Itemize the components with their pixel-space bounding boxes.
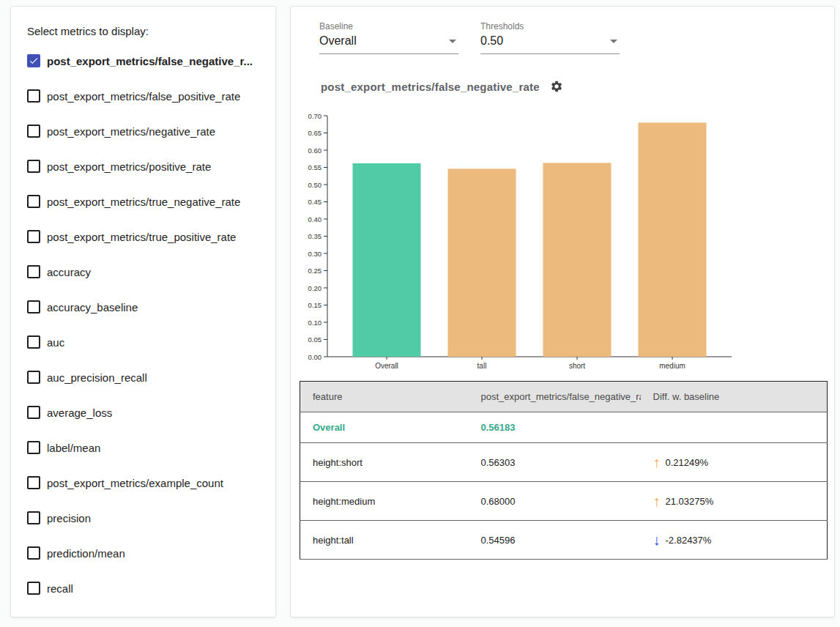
thresholds-select-label: Thresholds: [480, 21, 620, 31]
metric-checkbox[interactable]: [27, 54, 40, 67]
svg-text:tall: tall: [477, 362, 487, 370]
metric-item[interactable]: auc: [27, 324, 275, 360]
metric-checkbox[interactable]: [27, 511, 40, 524]
diff-value: 0.21249%: [666, 457, 709, 468]
metric-checkbox[interactable]: [27, 300, 40, 314]
metric-label: post_export_metrics/negative_rate: [47, 125, 215, 138]
feature-cell: Overall: [300, 412, 469, 443]
thresholds-select-value[interactable]: 0.50: [480, 31, 620, 54]
metric-item[interactable]: label/mean: [27, 430, 275, 465]
metric-label: prediction/mean: [47, 547, 125, 560]
bar-Overall[interactable]: [353, 163, 421, 357]
chart-settings-button[interactable]: [550, 80, 563, 93]
svg-text:0.00: 0.00: [308, 353, 322, 361]
metric-item[interactable]: post_export_metrics/true_negative_rate: [27, 184, 275, 219]
svg-text:short: short: [569, 362, 585, 370]
svg-text:Overall: Overall: [375, 362, 398, 370]
svg-text:0.45: 0.45: [308, 198, 322, 206]
svg-text:0.70: 0.70: [308, 112, 322, 120]
metric-checkbox[interactable]: [27, 371, 40, 384]
metric-item[interactable]: post_export_metrics/false_negative_r...: [27, 43, 275, 78]
check-icon: [29, 56, 39, 66]
metric-item[interactable]: post_export_metrics/positive_rate: [27, 149, 275, 184]
metric-checkbox[interactable]: [27, 546, 40, 560]
metric-item[interactable]: post_export_metrics/false_positive_rate: [27, 78, 275, 114]
feature-cell: height:short: [300, 443, 469, 482]
results-panel: Baseline Overall Thresholds 0.50 post_ex…: [290, 6, 835, 617]
baseline-select[interactable]: Baseline Overall: [319, 21, 458, 54]
metric-checkbox[interactable]: [27, 476, 40, 489]
svg-text:0.05: 0.05: [308, 335, 322, 344]
metric-item[interactable]: accuracy: [27, 254, 275, 289]
metric-value-cell: 0.68000: [469, 482, 641, 521]
svg-text:0.60: 0.60: [308, 146, 322, 155]
up-arrow-icon: ↑: [653, 493, 661, 509]
down-arrow-icon: ↓: [653, 532, 661, 548]
chevron-down-icon: [449, 40, 456, 43]
metric-label: auc: [47, 336, 64, 349]
bar-short[interactable]: [543, 163, 612, 357]
feature-cell: height:tall: [300, 521, 469, 560]
bar-tall[interactable]: [448, 168, 516, 357]
metric-checkbox[interactable]: [27, 195, 40, 208]
feature-cell: height:medium: [300, 482, 469, 521]
metric-item[interactable]: recall: [27, 571, 275, 606]
table-header-cell: feature: [300, 382, 469, 412]
diff-value: 21.03275%: [666, 496, 714, 507]
metric-label: post_export_metrics/true_positive_rate: [47, 231, 236, 243]
chart-title: post_export_metrics/false_negative_rate: [321, 81, 540, 93]
table-row: height:medium0.68000↑21.03275%: [300, 482, 828, 521]
metric-checkbox[interactable]: [27, 406, 40, 419]
metric-value-cell: 0.54596: [469, 521, 641, 560]
metric-checkbox[interactable]: [27, 582, 40, 595]
metrics-table-body: Overall0.56183height:short0.56303↑0.2124…: [300, 412, 828, 560]
table-header-cell: post_export_metrics/false_negative_rat..…: [469, 382, 641, 412]
metrics-select-panel: Select metrics to display: post_export_m…: [10, 6, 276, 617]
metric-item[interactable]: average_loss: [27, 395, 275, 430]
metric-label: post_export_metrics/true_negative_rate: [47, 196, 240, 208]
baseline-select-value[interactable]: Overall: [319, 31, 458, 54]
diff-cell: [641, 412, 828, 443]
svg-text:0.25: 0.25: [308, 267, 322, 275]
metric-item[interactable]: prediction/mean: [27, 535, 275, 571]
metric-label: average_loss: [47, 407, 112, 419]
svg-text:0.15: 0.15: [308, 301, 322, 309]
metric-checkbox[interactable]: [27, 265, 40, 278]
metric-label: post_export_metrics/false_positive_rate: [47, 90, 240, 103]
diff-cell: ↓-2.82437%: [641, 521, 828, 560]
metric-label: precision: [47, 512, 91, 524]
svg-text:0.10: 0.10: [308, 319, 322, 327]
metric-checkbox[interactable]: [27, 89, 40, 103]
metric-item[interactable]: post_export_metrics/example_count: [27, 465, 275, 500]
metric-item[interactable]: accuracy_baseline: [27, 289, 275, 324]
metric-label: recall: [47, 582, 73, 595]
metric-checkbox[interactable]: [27, 230, 40, 243]
metric-label: label/mean: [47, 442, 100, 454]
metric-checkbox[interactable]: [27, 335, 40, 349]
svg-text:0.35: 0.35: [308, 232, 322, 240]
diff-cell: ↑21.03275%: [641, 482, 828, 521]
gear-icon: [550, 80, 563, 93]
metrics-list: post_export_metrics/false_negative_r...p…: [27, 43, 275, 606]
metric-item[interactable]: post_export_metrics/true_positive_rate: [27, 219, 275, 254]
bar-chart: 0.000.050.100.150.200.250.300.350.400.45…: [301, 109, 777, 374]
chart-header: post_export_metrics/false_negative_rate: [321, 80, 563, 93]
up-arrow-icon: ↑: [653, 454, 661, 470]
thresholds-select[interactable]: Thresholds 0.50: [480, 21, 620, 54]
svg-text:0.55: 0.55: [308, 163, 322, 171]
metric-item[interactable]: auc_precision_recall: [27, 360, 275, 395]
metric-item[interactable]: post_export_metrics/negative_rate: [27, 114, 275, 149]
baseline-select-label: Baseline: [319, 21, 458, 31]
diff-value: -2.82437%: [666, 535, 712, 546]
table-row: Overall0.56183: [300, 412, 828, 443]
bar-medium[interactable]: [639, 122, 707, 357]
metric-label: auc_precision_recall: [47, 371, 147, 384]
metric-checkbox[interactable]: [27, 125, 40, 138]
metric-label: post_export_metrics/positive_rate: [47, 160, 211, 173]
metric-value-cell: 0.56303: [469, 443, 641, 482]
metric-checkbox[interactable]: [27, 160, 40, 173]
metric-checkbox[interactable]: [27, 441, 40, 454]
metrics-panel-title: Select metrics to display:: [27, 25, 275, 37]
metric-item[interactable]: precision: [27, 500, 275, 535]
diff-cell: ↑0.21249%: [641, 443, 828, 482]
